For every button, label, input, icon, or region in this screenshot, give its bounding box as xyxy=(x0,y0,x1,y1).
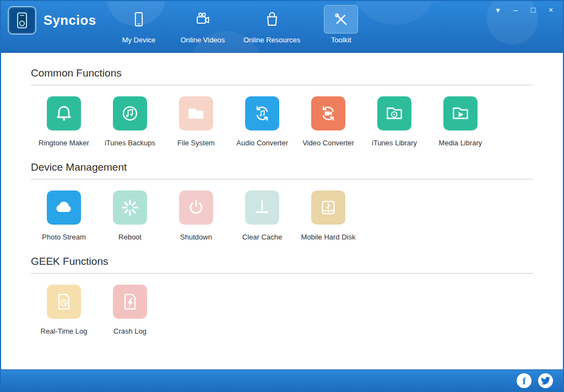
tool-label: Crash Log xyxy=(113,327,147,335)
section-common-functions: Common FunctionsRingtone MakeriTunes Bac… xyxy=(31,53,533,147)
main-content: Common FunctionsRingtone MakeriTunes Bac… xyxy=(1,53,563,369)
tool-shutdown[interactable]: Shutdown xyxy=(163,190,229,241)
tool-file-system[interactable]: File System xyxy=(163,96,229,147)
section-title: Device Management xyxy=(31,161,533,173)
tool-label: Ringtone Maker xyxy=(39,139,89,147)
tool-label: Media Library xyxy=(439,139,482,147)
dropdown-arrow-button[interactable]: ▾ xyxy=(494,6,502,14)
tab-online-resources[interactable]: Online Resources xyxy=(243,5,300,44)
tool-label: Mobile Hard Disk xyxy=(301,233,356,241)
tab-label: Online Videos xyxy=(181,36,225,44)
tool-ringtone-maker[interactable]: Ringtone Maker xyxy=(31,96,97,147)
doc-clock-icon xyxy=(47,285,81,319)
tool-clear-cache[interactable]: Clear Cache xyxy=(229,190,295,241)
tool-label: Audio Converter xyxy=(236,139,288,147)
tool-label: Reboot xyxy=(118,233,142,241)
tool-label: Video Converter xyxy=(302,139,354,147)
section-title: Common Functions xyxy=(31,67,533,79)
tool-itunes-backups[interactable]: iTunes Backups xyxy=(97,96,163,147)
app-logo: Syncios xyxy=(8,6,96,35)
facebook-letter: f xyxy=(523,377,526,386)
tool-label: Photo Stream xyxy=(42,233,86,241)
tab-label: Online Resources xyxy=(243,36,300,44)
section-divider xyxy=(31,179,533,179)
facebook-icon[interactable]: f xyxy=(517,373,532,388)
section-divider xyxy=(31,273,533,274)
tab-label: My Device xyxy=(122,36,156,44)
usb-disk-icon xyxy=(311,190,345,225)
tool-label: Clear Cache xyxy=(242,233,282,241)
ringtone-bell-icon xyxy=(47,96,81,130)
burst-icon xyxy=(113,190,147,225)
section-geek-functions: GEEK FunctionsReal-Time LogCrash Log xyxy=(31,241,533,335)
folder-play-icon xyxy=(443,96,478,130)
tab-online-videos[interactable]: Online Videos xyxy=(180,5,226,44)
tool-crash-log[interactable]: Crash Log xyxy=(97,285,163,335)
tool-label: iTunes Library xyxy=(372,139,417,147)
folder-music-icon xyxy=(377,96,411,130)
tool-label: Real-Time Log xyxy=(41,327,88,335)
tool-photo-stream[interactable]: Photo Stream xyxy=(31,190,97,241)
audio-convert-icon xyxy=(245,96,279,130)
music-note-circle-icon xyxy=(113,96,147,130)
app-window: Syncios My DeviceOnline VideosOnline Res… xyxy=(0,0,564,392)
online-videos-icon xyxy=(186,5,220,34)
tool-real-time-log[interactable]: Real-Time Log xyxy=(31,285,97,335)
tab-my-device[interactable]: My Device xyxy=(116,5,162,44)
tool-video-converter[interactable]: Video Converter xyxy=(295,96,361,147)
tool-label: iTunes Backups xyxy=(105,139,155,147)
tab-toolkit[interactable]: Toolkit xyxy=(318,5,364,44)
section-divider xyxy=(31,85,533,85)
header-bar: Syncios My DeviceOnline VideosOnline Res… xyxy=(1,1,563,53)
power-icon xyxy=(179,190,213,225)
clean-icon xyxy=(245,190,279,225)
tool-row: Ringtone MakeriTunes BackupsFile SystemA… xyxy=(31,96,533,147)
online-resources-icon xyxy=(255,5,289,34)
tool-label: Shutdown xyxy=(180,233,212,241)
tab-label: Toolkit xyxy=(331,36,351,44)
tool-label: File System xyxy=(177,139,215,147)
section-device-management: Device ManagementPhoto StreamRebootShutd… xyxy=(31,147,533,241)
folder-icon xyxy=(179,96,213,130)
cloud-icon xyxy=(47,190,81,225)
tool-mobile-hard-disk[interactable]: Mobile Hard Disk xyxy=(295,190,361,241)
my-device-icon xyxy=(122,5,156,34)
twitter-icon[interactable] xyxy=(538,373,553,388)
maximize-button[interactable]: □ xyxy=(529,6,538,14)
close-button[interactable]: × xyxy=(546,6,555,14)
minimize-button[interactable]: – xyxy=(511,6,520,14)
video-convert-icon xyxy=(311,96,345,130)
tool-reboot[interactable]: Reboot xyxy=(97,190,163,241)
nav-tabs: My DeviceOnline VideosOnline ResourcesTo… xyxy=(116,5,364,44)
tool-media-library[interactable]: Media Library xyxy=(427,96,494,147)
tool-row: Photo StreamRebootShutdownClear CacheMob… xyxy=(31,190,533,241)
tool-audio-converter[interactable]: Audio Converter xyxy=(229,96,295,147)
tool-row: Real-Time LogCrash Log xyxy=(31,285,533,335)
app-title: Syncios xyxy=(44,13,96,28)
window-controls: ▾ – □ × xyxy=(494,6,555,14)
section-title: GEEK Functions xyxy=(31,255,533,268)
syncios-logo-icon xyxy=(8,6,36,35)
footer-bar: f xyxy=(1,369,563,391)
toolkit-icon xyxy=(324,5,358,34)
doc-flash-icon xyxy=(113,285,147,319)
tool-itunes-library[interactable]: iTunes Library xyxy=(361,96,427,147)
